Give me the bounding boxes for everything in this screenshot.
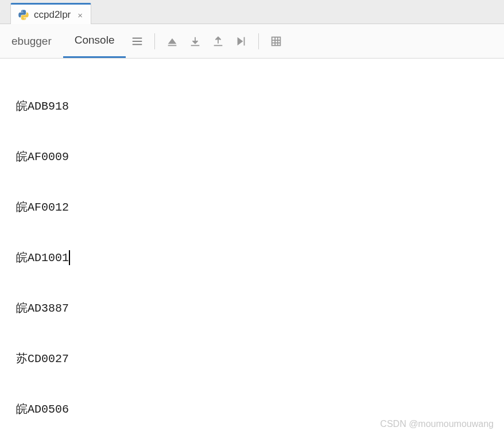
table-icon[interactable] bbox=[268, 33, 284, 49]
scroll-to-end-icon[interactable] bbox=[233, 33, 249, 49]
output-line: 皖AD3887 bbox=[16, 296, 504, 321]
output-line: 皖AF0012 bbox=[16, 195, 504, 220]
output-line: 皖AD1001 bbox=[16, 246, 504, 271]
output-line: 皖AF0009 bbox=[16, 145, 504, 170]
svg-rect-9 bbox=[272, 37, 281, 45]
tab-debugger[interactable]: ebugger bbox=[0, 24, 63, 58]
watermark: CSDN @moumoumouwang bbox=[380, 419, 494, 429]
file-tab[interactable]: ccpd2lpr × bbox=[10, 3, 91, 24]
output-line: 皖ADB918 bbox=[16, 94, 504, 119]
upload-icon[interactable] bbox=[210, 33, 226, 49]
console-output[interactable]: 皖ADB918 皖AF0009 皖AF0012 皖AD1001 皖AD3887 … bbox=[0, 59, 504, 435]
tab-bar: ccpd2lpr × bbox=[0, 0, 504, 24]
scroll-to-top-icon[interactable] bbox=[164, 33, 180, 49]
tab-console[interactable]: Console bbox=[63, 24, 126, 58]
settings-icon[interactable] bbox=[129, 33, 145, 49]
cursor-position: 皖AD1001 bbox=[16, 246, 69, 271]
toolbar: ebugger Console bbox=[0, 24, 504, 59]
tab-title: ccpd2lpr bbox=[34, 9, 71, 21]
separator bbox=[154, 33, 155, 49]
close-icon[interactable]: × bbox=[77, 10, 83, 20]
separator bbox=[258, 33, 259, 49]
download-icon[interactable] bbox=[187, 33, 203, 49]
output-line: 苏CD0027 bbox=[16, 347, 504, 372]
python-icon bbox=[18, 9, 29, 21]
